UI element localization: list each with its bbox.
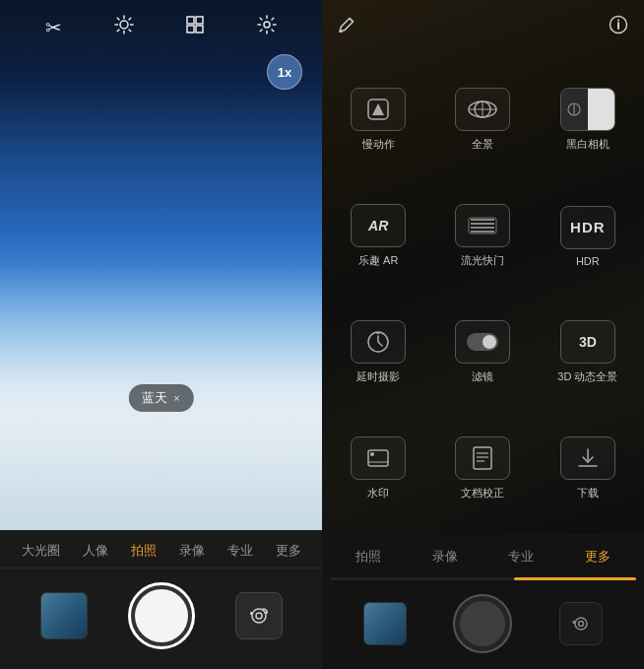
panorama-icon-box xyxy=(455,88,510,131)
flip-camera-button-right[interactable] xyxy=(559,602,603,645)
svg-point-37 xyxy=(370,452,374,456)
timelapse-label: 延时摄影 xyxy=(356,369,400,384)
mode-slow-motion[interactable]: 慢动作 xyxy=(326,62,430,178)
mode-panorama[interactable]: 全景 xyxy=(430,62,535,178)
timelapse-icon xyxy=(364,328,392,356)
svg-point-14 xyxy=(252,609,266,623)
gallery-thumbnail-right[interactable] xyxy=(363,602,407,645)
tab-pro[interactable]: 专业 xyxy=(227,542,253,560)
mode-light-painting[interactable]: 流光快门 xyxy=(430,178,535,295)
svg-point-44 xyxy=(575,618,587,630)
doc-correction-icon-box xyxy=(455,436,510,480)
right-content: 慢动作 全景 xyxy=(322,0,644,669)
top-bar-left: ✂ xyxy=(0,0,322,54)
mode-download[interactable]: 下载 xyxy=(536,410,640,526)
edit-icon[interactable] xyxy=(338,16,355,38)
zoom-badge[interactable]: 1x xyxy=(267,54,302,90)
watermark-icon-box xyxy=(351,436,406,480)
gallery-thumbnail[interactable] xyxy=(40,592,88,639)
tab-video[interactable]: 录像 xyxy=(179,542,205,560)
gallery-thumb-image xyxy=(41,593,87,638)
svg-line-5 xyxy=(117,18,119,20)
hdr-text: HDR xyxy=(570,219,606,235)
mode-timelapse[interactable]: 延时摄影 xyxy=(326,295,430,411)
svg-rect-9 xyxy=(187,17,194,24)
mode-bw[interactable]: 黑白相机 xyxy=(536,62,640,178)
filter-label: 蓝天 xyxy=(142,389,167,407)
svg-line-6 xyxy=(129,30,131,32)
mode-hdr[interactable]: HDR HDR xyxy=(536,178,640,295)
grid-icon[interactable] xyxy=(185,15,205,39)
tab-right-pro[interactable]: 专业 xyxy=(500,544,542,569)
scroll-thumb xyxy=(514,577,636,580)
controls-row-right xyxy=(330,590,636,663)
panorama-label: 全景 xyxy=(472,137,493,152)
tab-aperture[interactable]: 大光圈 xyxy=(22,542,60,560)
svg-rect-12 xyxy=(196,26,203,33)
slow-motion-label: 慢动作 xyxy=(362,137,395,152)
doc-correction-icon xyxy=(469,444,496,472)
flip-icon-right xyxy=(571,614,591,634)
ar-icon-box: AR xyxy=(351,204,406,247)
mode-3d-panorama[interactable]: 3D 3D 动态全景 xyxy=(536,295,640,411)
left-camera-panel: ✂ xyxy=(0,0,322,669)
filter-toggle xyxy=(467,333,498,351)
shutter-button[interactable] xyxy=(128,582,195,649)
tab-right-more[interactable]: 更多 xyxy=(577,544,618,569)
svg-rect-10 xyxy=(196,17,203,24)
bw-dark xyxy=(561,89,588,130)
filter-close[interactable]: × xyxy=(173,392,179,404)
svg-point-21 xyxy=(617,20,619,22)
right-camera-panel: 慢动作 全景 xyxy=(322,0,644,669)
filter-label: 滤镜 xyxy=(472,369,493,384)
svg-rect-11 xyxy=(187,26,194,33)
shutter-button-right[interactable] xyxy=(453,594,512,653)
flip-camera-button[interactable] xyxy=(235,592,283,639)
flip-icon xyxy=(248,605,270,627)
mode-tabs-left: 大光圈 人像 拍照 录像 专业 更多 xyxy=(0,530,322,569)
controls-row-left xyxy=(0,569,322,669)
bw-light xyxy=(588,89,614,130)
watermark-label: 水印 xyxy=(367,486,389,501)
settings-icon[interactable] xyxy=(257,15,277,39)
mode-doc-correction[interactable]: 文档校正 xyxy=(430,410,535,526)
svg-rect-46 xyxy=(573,621,576,624)
gallery-thumb-image-right xyxy=(364,603,406,644)
mode-tabs-right: 拍照 录像 专业 更多 xyxy=(330,544,636,569)
hdr-label: HDR xyxy=(576,255,600,267)
ar-text: AR xyxy=(368,218,388,234)
bottom-bar-left: 大光圈 人像 拍照 录像 专业 更多 xyxy=(0,530,322,669)
svg-line-17 xyxy=(350,19,354,23)
tab-more[interactable]: 更多 xyxy=(276,542,301,560)
mode-filter[interactable]: 滤镜 xyxy=(430,295,535,411)
light-painting-label: 流光快门 xyxy=(461,253,504,268)
mode-ar[interactable]: AR 乐趣 AR xyxy=(326,178,430,295)
filter-icon-box xyxy=(455,320,510,364)
svg-rect-16 xyxy=(250,612,253,615)
watermark-icon xyxy=(364,444,392,472)
shutter-inner-right xyxy=(460,601,505,646)
svg-line-8 xyxy=(117,30,119,32)
ar-label: 乐趣 AR xyxy=(358,253,398,268)
tab-right-video[interactable]: 录像 xyxy=(424,544,466,569)
top-bar-right xyxy=(322,0,644,54)
filter-badge: 蓝天 × xyxy=(128,384,193,412)
scroll-indicator xyxy=(330,577,636,580)
tab-right-photo[interactable]: 拍照 xyxy=(348,544,389,569)
svg-point-13 xyxy=(264,22,270,28)
tab-portrait[interactable]: 人像 xyxy=(83,542,108,560)
hdr-icon-box: HDR xyxy=(560,206,615,249)
svg-rect-38 xyxy=(474,447,491,469)
info-icon[interactable] xyxy=(609,15,628,39)
light-painting-icon xyxy=(467,214,498,237)
download-icon xyxy=(574,444,602,472)
3d-panorama-icon-box: 3D xyxy=(560,320,615,364)
mode-watermark[interactable]: 水印 xyxy=(326,410,430,526)
svg-point-45 xyxy=(579,622,584,627)
tab-photo[interactable]: 拍照 xyxy=(131,542,157,560)
flash-icon[interactable]: ✂ xyxy=(45,16,62,39)
brightness-icon[interactable] xyxy=(114,15,134,39)
shutter-inner xyxy=(135,589,188,642)
light-painting-icon-box xyxy=(455,204,510,247)
svg-point-15 xyxy=(256,613,262,619)
